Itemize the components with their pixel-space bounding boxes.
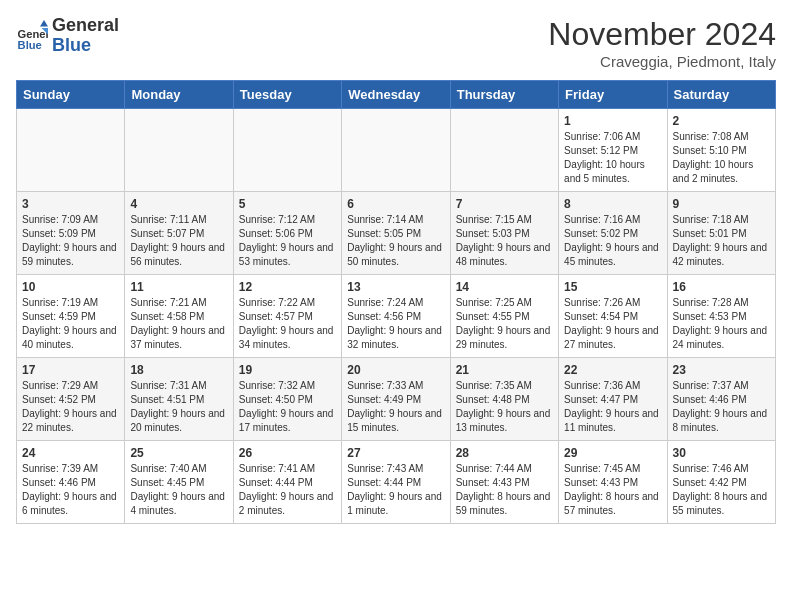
day-info: Sunrise: 7:41 AM Sunset: 4:44 PM Dayligh… bbox=[239, 462, 336, 518]
day-info: Sunrise: 7:24 AM Sunset: 4:56 PM Dayligh… bbox=[347, 296, 444, 352]
day-number: 17 bbox=[22, 363, 119, 377]
day-number: 30 bbox=[673, 446, 770, 460]
calendar-cell: 28Sunrise: 7:44 AM Sunset: 4:43 PM Dayli… bbox=[450, 441, 558, 524]
calendar-cell: 15Sunrise: 7:26 AM Sunset: 4:54 PM Dayli… bbox=[559, 275, 667, 358]
day-number: 13 bbox=[347, 280, 444, 294]
calendar-cell bbox=[125, 109, 233, 192]
calendar-cell: 10Sunrise: 7:19 AM Sunset: 4:59 PM Dayli… bbox=[17, 275, 125, 358]
day-number: 20 bbox=[347, 363, 444, 377]
day-info: Sunrise: 7:08 AM Sunset: 5:10 PM Dayligh… bbox=[673, 130, 770, 186]
day-number: 23 bbox=[673, 363, 770, 377]
day-number: 14 bbox=[456, 280, 553, 294]
day-number: 2 bbox=[673, 114, 770, 128]
calendar-week-5: 24Sunrise: 7:39 AM Sunset: 4:46 PM Dayli… bbox=[17, 441, 776, 524]
calendar-cell: 7Sunrise: 7:15 AM Sunset: 5:03 PM Daylig… bbox=[450, 192, 558, 275]
day-number: 18 bbox=[130, 363, 227, 377]
header-cell-saturday: Saturday bbox=[667, 81, 775, 109]
calendar-cell: 1Sunrise: 7:06 AM Sunset: 5:12 PM Daylig… bbox=[559, 109, 667, 192]
day-info: Sunrise: 7:21 AM Sunset: 4:58 PM Dayligh… bbox=[130, 296, 227, 352]
calendar-cell: 9Sunrise: 7:18 AM Sunset: 5:01 PM Daylig… bbox=[667, 192, 775, 275]
day-info: Sunrise: 7:43 AM Sunset: 4:44 PM Dayligh… bbox=[347, 462, 444, 518]
day-number: 7 bbox=[456, 197, 553, 211]
day-number: 19 bbox=[239, 363, 336, 377]
calendar-cell: 22Sunrise: 7:36 AM Sunset: 4:47 PM Dayli… bbox=[559, 358, 667, 441]
day-number: 8 bbox=[564, 197, 661, 211]
day-info: Sunrise: 7:26 AM Sunset: 4:54 PM Dayligh… bbox=[564, 296, 661, 352]
day-info: Sunrise: 7:39 AM Sunset: 4:46 PM Dayligh… bbox=[22, 462, 119, 518]
day-info: Sunrise: 7:36 AM Sunset: 4:47 PM Dayligh… bbox=[564, 379, 661, 435]
logo: General Blue General Blue bbox=[16, 16, 119, 56]
day-number: 3 bbox=[22, 197, 119, 211]
month-title: November 2024 bbox=[548, 16, 776, 53]
day-info: Sunrise: 7:40 AM Sunset: 4:45 PM Dayligh… bbox=[130, 462, 227, 518]
day-number: 28 bbox=[456, 446, 553, 460]
day-info: Sunrise: 7:09 AM Sunset: 5:09 PM Dayligh… bbox=[22, 213, 119, 269]
calendar-cell bbox=[17, 109, 125, 192]
calendar-cell: 27Sunrise: 7:43 AM Sunset: 4:44 PM Dayli… bbox=[342, 441, 450, 524]
day-number: 21 bbox=[456, 363, 553, 377]
day-number: 22 bbox=[564, 363, 661, 377]
day-number: 5 bbox=[239, 197, 336, 211]
logo-text: General Blue bbox=[52, 16, 119, 56]
day-info: Sunrise: 7:45 AM Sunset: 4:43 PM Dayligh… bbox=[564, 462, 661, 518]
calendar-week-4: 17Sunrise: 7:29 AM Sunset: 4:52 PM Dayli… bbox=[17, 358, 776, 441]
calendar-week-2: 3Sunrise: 7:09 AM Sunset: 5:09 PM Daylig… bbox=[17, 192, 776, 275]
calendar-cell: 19Sunrise: 7:32 AM Sunset: 4:50 PM Dayli… bbox=[233, 358, 341, 441]
day-info: Sunrise: 7:31 AM Sunset: 4:51 PM Dayligh… bbox=[130, 379, 227, 435]
day-info: Sunrise: 7:22 AM Sunset: 4:57 PM Dayligh… bbox=[239, 296, 336, 352]
header-cell-tuesday: Tuesday bbox=[233, 81, 341, 109]
location: Craveggia, Piedmont, Italy bbox=[548, 53, 776, 70]
day-info: Sunrise: 7:14 AM Sunset: 5:05 PM Dayligh… bbox=[347, 213, 444, 269]
day-number: 6 bbox=[347, 197, 444, 211]
day-number: 11 bbox=[130, 280, 227, 294]
day-info: Sunrise: 7:28 AM Sunset: 4:53 PM Dayligh… bbox=[673, 296, 770, 352]
day-number: 1 bbox=[564, 114, 661, 128]
header: General Blue General Blue November 2024 … bbox=[16, 16, 776, 70]
calendar-cell: 4Sunrise: 7:11 AM Sunset: 5:07 PM Daylig… bbox=[125, 192, 233, 275]
day-info: Sunrise: 7:06 AM Sunset: 5:12 PM Dayligh… bbox=[564, 130, 661, 186]
svg-text:Blue: Blue bbox=[18, 39, 42, 51]
calendar-cell: 26Sunrise: 7:41 AM Sunset: 4:44 PM Dayli… bbox=[233, 441, 341, 524]
calendar-cell bbox=[450, 109, 558, 192]
calendar-week-1: 1Sunrise: 7:06 AM Sunset: 5:12 PM Daylig… bbox=[17, 109, 776, 192]
header-cell-thursday: Thursday bbox=[450, 81, 558, 109]
header-cell-friday: Friday bbox=[559, 81, 667, 109]
day-number: 26 bbox=[239, 446, 336, 460]
calendar-cell bbox=[233, 109, 341, 192]
logo-icon: General Blue bbox=[16, 20, 48, 52]
calendar-week-3: 10Sunrise: 7:19 AM Sunset: 4:59 PM Dayli… bbox=[17, 275, 776, 358]
calendar-cell: 3Sunrise: 7:09 AM Sunset: 5:09 PM Daylig… bbox=[17, 192, 125, 275]
calendar-cell: 30Sunrise: 7:46 AM Sunset: 4:42 PM Dayli… bbox=[667, 441, 775, 524]
calendar-cell: 16Sunrise: 7:28 AM Sunset: 4:53 PM Dayli… bbox=[667, 275, 775, 358]
calendar-cell: 21Sunrise: 7:35 AM Sunset: 4:48 PM Dayli… bbox=[450, 358, 558, 441]
day-number: 29 bbox=[564, 446, 661, 460]
calendar-cell: 8Sunrise: 7:16 AM Sunset: 5:02 PM Daylig… bbox=[559, 192, 667, 275]
svg-marker-2 bbox=[40, 20, 48, 26]
calendar-cell: 29Sunrise: 7:45 AM Sunset: 4:43 PM Dayli… bbox=[559, 441, 667, 524]
calendar-cell: 24Sunrise: 7:39 AM Sunset: 4:46 PM Dayli… bbox=[17, 441, 125, 524]
calendar-cell: 23Sunrise: 7:37 AM Sunset: 4:46 PM Dayli… bbox=[667, 358, 775, 441]
day-info: Sunrise: 7:16 AM Sunset: 5:02 PM Dayligh… bbox=[564, 213, 661, 269]
day-info: Sunrise: 7:12 AM Sunset: 5:06 PM Dayligh… bbox=[239, 213, 336, 269]
day-info: Sunrise: 7:11 AM Sunset: 5:07 PM Dayligh… bbox=[130, 213, 227, 269]
day-info: Sunrise: 7:19 AM Sunset: 4:59 PM Dayligh… bbox=[22, 296, 119, 352]
calendar-table: SundayMondayTuesdayWednesdayThursdayFrid… bbox=[16, 80, 776, 524]
day-number: 10 bbox=[22, 280, 119, 294]
day-number: 4 bbox=[130, 197, 227, 211]
calendar-cell: 20Sunrise: 7:33 AM Sunset: 4:49 PM Dayli… bbox=[342, 358, 450, 441]
calendar-header-row: SundayMondayTuesdayWednesdayThursdayFrid… bbox=[17, 81, 776, 109]
day-number: 9 bbox=[673, 197, 770, 211]
calendar-cell: 14Sunrise: 7:25 AM Sunset: 4:55 PM Dayli… bbox=[450, 275, 558, 358]
title-area: November 2024 Craveggia, Piedmont, Italy bbox=[548, 16, 776, 70]
day-info: Sunrise: 7:15 AM Sunset: 5:03 PM Dayligh… bbox=[456, 213, 553, 269]
calendar-cell: 2Sunrise: 7:08 AM Sunset: 5:10 PM Daylig… bbox=[667, 109, 775, 192]
day-number: 27 bbox=[347, 446, 444, 460]
calendar-cell: 12Sunrise: 7:22 AM Sunset: 4:57 PM Dayli… bbox=[233, 275, 341, 358]
day-info: Sunrise: 7:33 AM Sunset: 4:49 PM Dayligh… bbox=[347, 379, 444, 435]
day-info: Sunrise: 7:25 AM Sunset: 4:55 PM Dayligh… bbox=[456, 296, 553, 352]
day-info: Sunrise: 7:46 AM Sunset: 4:42 PM Dayligh… bbox=[673, 462, 770, 518]
calendar-cell: 11Sunrise: 7:21 AM Sunset: 4:58 PM Dayli… bbox=[125, 275, 233, 358]
calendar-cell: 13Sunrise: 7:24 AM Sunset: 4:56 PM Dayli… bbox=[342, 275, 450, 358]
calendar-cell: 5Sunrise: 7:12 AM Sunset: 5:06 PM Daylig… bbox=[233, 192, 341, 275]
calendar-cell bbox=[342, 109, 450, 192]
